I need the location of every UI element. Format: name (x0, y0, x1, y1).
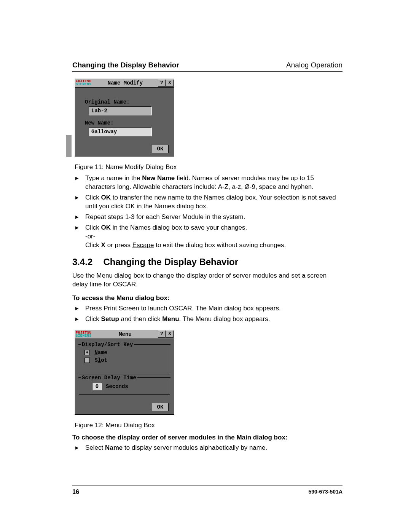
figure-11-caption: Figure 11: Name Modify Dialog Box (75, 163, 342, 171)
ok-button[interactable]: OK (152, 145, 169, 153)
seconds-label: Seconds (106, 383, 128, 390)
list-item: Select Name to display server modules al… (75, 444, 342, 452)
instruction-list-2: Press Print Screen to launch OSCAR. The … (75, 304, 342, 324)
header-chapter: Analog Operation (286, 61, 342, 69)
list-item: Repeat steps 1-3 for each Server Module … (75, 213, 342, 222)
header-section-title: Changing the Display Behavior (72, 61, 179, 69)
dialog-title: Name Modify (92, 80, 158, 86)
fujitsu-siemens-logo: FUJITSU SIEMENS (75, 331, 92, 337)
list-item: Type a name in the New Name field. Names… (75, 174, 342, 192)
thumb-tab (66, 135, 72, 157)
choose-heading: To choose the display order of server mo… (72, 434, 342, 441)
ok-button[interactable]: OK (152, 403, 169, 411)
dialog-title: Menu (92, 331, 158, 337)
page: Changing the Display Behavior Analog Ope… (0, 0, 411, 532)
header-rule (72, 71, 342, 72)
section-intro: Use the Menu dialog box to change the di… (72, 271, 342, 289)
instruction-list-3: Select Name to display server modules al… (75, 444, 342, 452)
section-number: 3.4.2 (72, 257, 92, 267)
radio-selected-icon: ◈ (84, 350, 90, 355)
help-button[interactable]: ? (158, 331, 166, 338)
radio-name[interactable]: ◈ Name (84, 350, 166, 356)
list-item: Press Print Screen to launch OSCAR. The … (75, 304, 342, 313)
original-name-label: Original Name: (85, 99, 169, 105)
titlebar: FUJITSU SIEMENS Name Modify ? X (75, 79, 174, 88)
radio-slot[interactable]: Slot (84, 357, 166, 363)
new-name-input[interactable]: Galloway (89, 127, 152, 136)
radio-unselected-icon (84, 358, 90, 363)
escape-line: Click X or press Escape to exit the dial… (85, 241, 342, 250)
figure-12-caption: Figure 12: Menu Dialog Box (75, 422, 342, 429)
section-heading: 3.4.2 Changing the Display Behavior (72, 257, 342, 267)
instruction-list-1: Type a name in the New Name field. Names… (75, 174, 342, 250)
list-item: Click OK to transfer the new name to the… (75, 193, 342, 211)
help-button[interactable]: ? (158, 80, 166, 87)
original-name-field: Lab-2 (89, 106, 152, 115)
page-number: 16 (72, 489, 79, 495)
seconds-input[interactable]: 0 (92, 383, 102, 390)
screen-delay-time-fieldset: Screen Delay Time 0 Seconds (79, 378, 170, 395)
name-modify-dialog: FUJITSU SIEMENS Name Modify ? X Original… (75, 78, 174, 157)
close-button[interactable]: X (166, 80, 174, 87)
new-name-label: New Name: (85, 120, 169, 126)
fieldset-legend: Display/Sort Key (81, 342, 134, 348)
section-title: Changing the Display Behavior (103, 257, 238, 267)
document-number: 590-673-501A (308, 489, 342, 495)
or-line: -or- (85, 232, 342, 241)
running-header: Changing the Display Behavior Analog Ope… (72, 61, 342, 69)
dialog-body: Original Name: Lab-2 New Name: Galloway (75, 88, 174, 140)
access-heading: To access the Menu dialog box: (72, 294, 342, 302)
close-button[interactable]: X (166, 331, 174, 338)
titlebar: FUJITSU SIEMENS Menu ? X (75, 330, 174, 339)
fieldset-legend: Screen Delay Time (81, 375, 137, 381)
display-sort-key-fieldset: Display/Sort Key ◈ Name Slot (79, 345, 170, 374)
page-footer: 16 590-673-501A (72, 486, 342, 495)
list-item: Click Setup and then click Menu. The Men… (75, 315, 342, 324)
fujitsu-siemens-logo: FUJITSU SIEMENS (75, 80, 92, 86)
footer-rule (72, 486, 342, 486)
menu-dialog: FUJITSU SIEMENS Menu ? X Display/Sort Ke… (75, 330, 174, 415)
list-item: Click OK in the Names dialog box to save… (75, 224, 342, 250)
